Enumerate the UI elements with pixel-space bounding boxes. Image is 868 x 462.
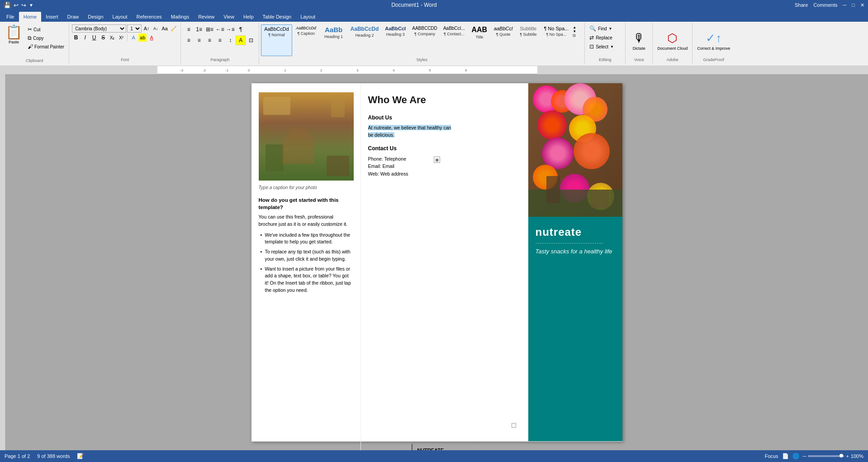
brand-divider — [536, 243, 603, 243]
align-center-button[interactable]: ≡ — [194, 35, 204, 45]
style-heading1[interactable]: AaBb Heading 1 — [320, 24, 347, 56]
format-painter-button[interactable]: 🖌 Format Painter — [26, 43, 66, 51]
zoom-in-button[interactable]: + — [846, 453, 849, 459]
status-bar: Page 1 of 2 9 of 388 words 📝 Focus 📄 🌐 ─… — [0, 450, 868, 462]
comments-button[interactable]: Comments — [813, 2, 837, 8]
styles-scroll-down[interactable]: ▲ ▼ ⊡ — [572, 24, 577, 38]
close-button[interactable]: ✕ — [860, 2, 864, 8]
multilevel-list-button[interactable]: ⊞≡ — [204, 24, 214, 34]
proofing-icon[interactable]: 📝 — [77, 453, 84, 459]
font-group: Cambria (Body) 11 A↑ A↓ Aa 🧹 B I U S X₂ … — [69, 23, 181, 65]
paste-button[interactable]: 📋 Paste — [3, 24, 25, 46]
tab-review[interactable]: Review — [194, 12, 219, 22]
justify-button[interactable]: ≡ — [215, 35, 225, 45]
style-normal[interactable]: AaBbCcDd ¶ Normal — [261, 24, 292, 56]
text-highlight-button[interactable]: ab — [138, 33, 147, 42]
customize-qat-icon[interactable]: ▼ — [29, 3, 33, 8]
borders-button[interactable]: ⊡ — [246, 35, 256, 45]
font-color-button[interactable]: A — [147, 33, 156, 42]
focus-button[interactable]: Focus — [765, 453, 778, 459]
paragraph-group-label: Paragraph — [184, 57, 256, 63]
doc-title: Document1 - Word — [33, 2, 795, 8]
tab-home[interactable]: Home — [19, 12, 41, 22]
style-nospace[interactable]: ¶ No Spa... ¶ No Spa... — [541, 24, 571, 56]
style-title[interactable]: AAB Title — [468, 24, 491, 56]
table-resize-handle[interactable] — [512, 423, 516, 428]
style-subtitle[interactable]: Subtitle ¶ Subtitle — [516, 24, 541, 56]
doc-content: Type a caption for your photo How do you… — [251, 83, 622, 441]
increase-indent-button[interactable]: →≡ — [225, 24, 235, 34]
word-count: 9 of 388 words — [37, 453, 70, 459]
tab-references[interactable]: References — [132, 12, 166, 22]
tab-table-design[interactable]: Table Design — [258, 12, 296, 22]
print-layout-button[interactable]: 📄 — [782, 453, 789, 459]
tab-layout[interactable]: Layout — [108, 12, 132, 22]
underline-button[interactable]: U — [90, 33, 98, 42]
scroll-area[interactable]: ⊕ — [5, 74, 868, 450]
change-case-button[interactable]: Aa — [161, 24, 169, 33]
left-margin — [0, 74, 5, 450]
zoom-slider[interactable] — [808, 455, 844, 457]
show-formatting-button[interactable]: ¶ — [236, 24, 246, 34]
replace-button[interactable]: ⇄ Replace — [588, 33, 622, 42]
tab-help[interactable]: Help — [239, 12, 258, 22]
superscript-button[interactable]: X² — [117, 33, 125, 42]
dictate-button[interactable]: 🎙 Dictate — [631, 29, 647, 52]
select-button[interactable]: ⊡ Select ▼ — [588, 43, 622, 51]
zoom-out-button[interactable]: ─ — [803, 453, 806, 459]
share-button[interactable]: Share — [795, 2, 808, 8]
text-effects-button[interactable]: A — [129, 33, 138, 42]
editing-group: 🔍 Find ▼ ⇄ Replace ⊡ Select ▼ Editing — [585, 23, 626, 65]
select-icon: ⊡ — [589, 43, 594, 50]
title-bar-actions: Share Comments ─ □ ✕ — [795, 2, 864, 8]
tab-mailings[interactable]: Mailings — [166, 12, 194, 22]
adobe-button[interactable]: ⬡ Document Cloud — [655, 29, 689, 52]
undo-icon[interactable]: ↩ — [14, 2, 19, 9]
tab-file[interactable]: File — [2, 12, 19, 22]
voice-group: 🎙 Dictate Voice — [626, 23, 653, 65]
shading-button[interactable]: A — [236, 35, 246, 45]
save-icon[interactable]: 💾 — [4, 2, 11, 9]
status-left: Page 1 of 2 9 of 388 words 📝 — [5, 453, 84, 459]
style-caption[interactable]: AaBbCcDd ¶ Caption — [293, 24, 320, 56]
gradeproof-button[interactable]: ✓↑ Correct & Improve — [695, 29, 732, 52]
decrease-indent-button[interactable]: ←≡ — [215, 24, 225, 34]
find-button[interactable]: 🔍 Find ▼ — [588, 24, 622, 33]
clipboard-group: 📋 Paste ✂ Cut ⧉ Copy 🖌 Format Painter Cl… — [0, 23, 69, 65]
tab-layout2[interactable]: Layout — [296, 12, 320, 22]
font-family-select[interactable]: Cambria (Body) — [72, 24, 126, 33]
strikethrough-button[interactable]: S — [99, 33, 107, 42]
maximize-button[interactable]: □ — [852, 2, 855, 8]
style-contact[interactable]: AaBbCcI... ¶ Contact... — [441, 24, 468, 56]
style-heading2[interactable]: AaBbCcDd Heading 2 — [348, 24, 382, 56]
tab-insert[interactable]: Insert — [41, 12, 63, 22]
align-right-button[interactable]: ≡ — [204, 35, 214, 45]
numbering-button[interactable]: 1≡ — [194, 24, 204, 34]
bold-button[interactable]: B — [72, 33, 80, 42]
subscript-button[interactable]: X₂ — [108, 33, 116, 42]
copy-button[interactable]: ⧉ Copy — [26, 34, 66, 42]
web-layout-button[interactable]: 🌐 — [792, 453, 799, 459]
style-company[interactable]: AABBCCDD ¶ Company — [409, 24, 440, 56]
tab-draw[interactable]: Draw — [63, 12, 84, 22]
redo-icon[interactable]: ↪ — [21, 2, 26, 9]
align-left-button[interactable]: ≡ — [184, 35, 194, 45]
minimize-button[interactable]: ─ — [843, 2, 847, 8]
style-heading3[interactable]: AaBbCcI Heading 3 — [382, 24, 409, 56]
clear-formatting-button[interactable]: 🧹 — [170, 24, 178, 33]
font-size-select[interactable]: 11 — [127, 24, 142, 33]
table-move-handle[interactable]: ⊕ — [434, 157, 440, 163]
increase-font-button[interactable]: A↑ — [142, 24, 151, 33]
about-heading: About Us — [368, 114, 521, 122]
line-spacing-button[interactable]: ↕ — [225, 35, 235, 45]
styles-group: AaBbCcDd ¶ Normal AaBbCcDd ¶ Caption AaB… — [259, 23, 585, 65]
footer-logo-box: YOUR LOGO HERE — [363, 444, 413, 450]
tab-view[interactable]: View — [219, 12, 239, 22]
italic-button[interactable]: I — [81, 33, 89, 42]
bullets-button[interactable]: ≡ — [184, 24, 194, 34]
bullet-1: • We've included a few tips throughout t… — [259, 232, 353, 246]
decrease-font-button[interactable]: A↓ — [152, 24, 160, 33]
style-quote[interactable]: aaBbCcl ¶ Quote — [491, 24, 516, 56]
tab-design[interactable]: Design — [83, 12, 108, 22]
cut-button[interactable]: ✂ Cut — [26, 25, 66, 33]
